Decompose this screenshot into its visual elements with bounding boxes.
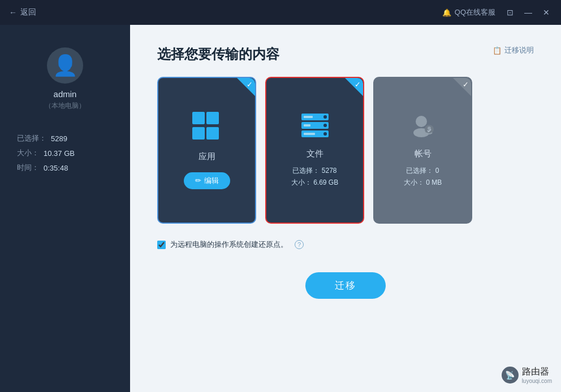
migration-note-button[interactable]: 📋 迁移说明: [493, 45, 534, 55]
qq-service-button[interactable]: 🔔 QQ在线客服: [442, 7, 495, 18]
card-account-stats: 已选择： 0 大小： 0 MB: [404, 165, 442, 188]
win-sq2: [206, 112, 219, 124]
watermark-text: 路由器 luyouqi.com: [522, 366, 552, 384]
check-icon-file: ✓: [355, 80, 361, 89]
title-bar: ← 返回 🔔 QQ在线客服 ⊡ — ✕: [0, 0, 561, 25]
file-selected-value: 5278: [322, 167, 337, 175]
card-file[interactable]: ✓ 文件 已选择： 5278 大小： 6.69 GB: [265, 77, 364, 224]
stat-time-value: 0:35:48: [44, 164, 68, 172]
win-sq1: [192, 112, 205, 124]
win-sq4: [206, 127, 219, 140]
migrate-btn-wrap: 迁移: [157, 272, 534, 299]
check-icon-account: ✓: [463, 80, 469, 89]
windows-icon: [192, 112, 222, 141]
file-selected-label: 已选择：: [292, 167, 320, 175]
account-size-value: 0 MB: [426, 178, 442, 186]
card-account[interactable]: ✓ 帐号 已选择： 0 大小： 0 MB: [373, 77, 472, 224]
user-subtitle: （本地电脑）: [45, 101, 85, 111]
qq-service-label: QQ在线客服: [455, 7, 495, 18]
checkpoint-row: 为远程电脑的操作系统创建还原点。 ?: [157, 239, 534, 250]
watermark-sub: luyouqi.com: [522, 378, 552, 384]
stat-size: 大小： 10.37 GB: [17, 148, 113, 158]
migrate-button[interactable]: 迁移: [305, 272, 386, 299]
bell-icon: 🔔: [442, 8, 451, 17]
help-icon[interactable]: ?: [295, 240, 304, 249]
watermark-icon: 📡: [502, 367, 519, 384]
card-app[interactable]: ✓ 应用 ✏ 编辑: [157, 77, 256, 224]
edit-label: 编辑: [204, 176, 219, 186]
account-size-label: 大小：: [404, 178, 424, 186]
check-icon-app: ✓: [247, 80, 253, 89]
file-server-icon: [300, 112, 330, 138]
back-arrow-icon: ←: [9, 8, 17, 17]
checkpoint-label: 为远程电脑的操作系统创建还原点。: [170, 239, 288, 250]
stat-size-value: 10.37 GB: [44, 149, 75, 158]
file-size-value: 6.69 GB: [313, 178, 338, 186]
svg-rect-7: [304, 124, 310, 127]
svg-rect-6: [304, 116, 313, 118]
sidebar: 👤 admin （本地电脑） 已选择： 5289 大小： 10.37 GB 时间…: [0, 25, 130, 392]
doc-icon: 📋: [493, 46, 502, 55]
stat-selected-value: 5289: [51, 134, 67, 143]
svg-rect-8: [304, 133, 315, 135]
stats-panel: 已选择： 5289 大小： 10.37 GB 时间： 0:35:48: [0, 133, 130, 173]
account-selected-label: 已选择：: [406, 167, 433, 175]
stat-time-label: 时间：: [17, 163, 39, 173]
account-icon: [410, 112, 436, 138]
back-label: 返回: [20, 7, 36, 18]
account-selected-value: 0: [435, 167, 439, 175]
svg-point-4: [323, 124, 327, 127]
restore-point-checkbox[interactable]: [157, 241, 166, 249]
card-file-stats: 已选择： 5278 大小： 6.69 GB: [291, 165, 338, 188]
stat-selected: 已选择： 5289: [17, 133, 113, 143]
edit-icon: ✏: [195, 176, 201, 185]
win-sq3: [192, 127, 205, 140]
watermark: 📡 路由器 luyouqi.com: [502, 366, 552, 384]
stat-time: 时间： 0:35:48: [17, 163, 113, 173]
card-file-title: 文件: [307, 149, 323, 159]
migration-note-label: 迁移说明: [504, 45, 534, 55]
edit-button[interactable]: ✏ 编辑: [184, 172, 230, 189]
username: admin: [54, 89, 77, 99]
minimize-button[interactable]: —: [523, 7, 534, 18]
cards-row: ✓ 应用 ✏ 编辑 ✓: [157, 77, 534, 224]
card-account-title: 帐号: [415, 149, 431, 159]
check-corner-file: ✓: [345, 78, 363, 96]
stat-size-label: 大小：: [17, 148, 39, 158]
restore-button[interactable]: ⊡: [504, 7, 516, 18]
card-app-title: 应用: [198, 151, 215, 162]
main-content: 选择您要传输的内容 📋 迁移说明 ✓ 应用 ✏ 编辑: [130, 25, 561, 392]
avatar: 👤: [47, 47, 83, 84]
back-button[interactable]: ← 返回: [9, 7, 36, 18]
close-button[interactable]: ✕: [541, 7, 552, 18]
check-corner-account: ✓: [453, 78, 471, 96]
stat-selected-label: 已选择：: [17, 133, 46, 143]
page-title: 选择您要传输的内容: [157, 45, 534, 63]
svg-point-9: [416, 116, 427, 127]
svg-point-3: [323, 115, 327, 119]
watermark-main: 路由器: [522, 366, 552, 378]
check-corner-app: ✓: [237, 78, 255, 96]
file-size-label: 大小：: [291, 178, 312, 186]
title-bar-right: 🔔 QQ在线客服 ⊡ — ✕: [442, 7, 552, 18]
svg-point-5: [323, 132, 327, 136]
user-avatar-icon: 👤: [53, 54, 78, 77]
window-controls: ⊡ — ✕: [504, 7, 552, 18]
